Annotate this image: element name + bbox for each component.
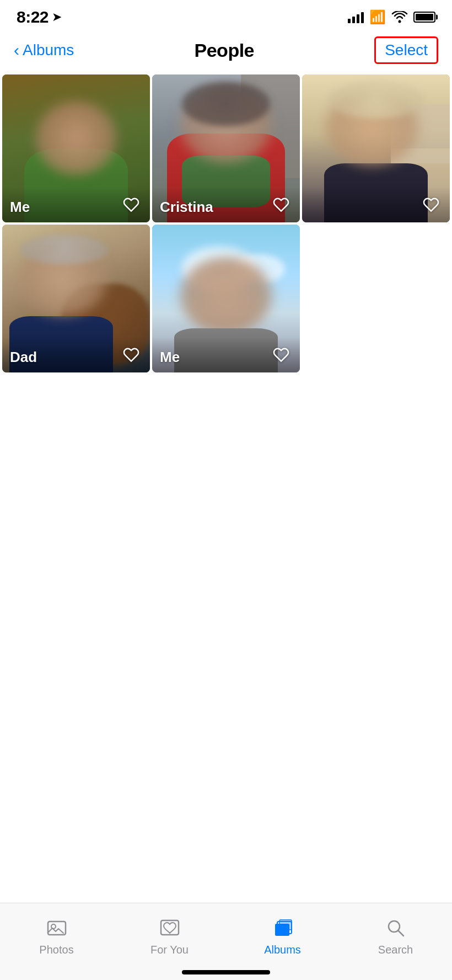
signal-bars-icon bbox=[348, 11, 364, 23]
person-card-me-2[interactable]: Me bbox=[152, 225, 300, 372]
nav-bar: ‹ Albums People Select bbox=[0, 31, 452, 72]
status-icons: 📶 bbox=[348, 9, 435, 25]
person-card-unknown[interactable] bbox=[302, 74, 450, 222]
select-button[interactable]: Select bbox=[374, 36, 438, 64]
page-title: People bbox=[195, 40, 254, 61]
status-bar: 8:22 ➤ 📶 bbox=[0, 0, 452, 31]
person-card-me-1[interactable]: Me bbox=[2, 74, 150, 222]
tab-search-label: Search bbox=[378, 944, 413, 956]
albums-icon bbox=[269, 916, 297, 940]
heart-button[interactable] bbox=[270, 344, 292, 366]
person-name: Dad bbox=[10, 349, 37, 366]
heart-button[interactable] bbox=[420, 194, 442, 216]
back-label: Albums bbox=[23, 41, 74, 59]
svg-point-0 bbox=[399, 20, 401, 23]
photos-icon bbox=[43, 916, 71, 940]
tab-photos-label: Photos bbox=[39, 944, 73, 956]
battery-icon bbox=[413, 12, 435, 23]
for-you-icon bbox=[156, 916, 184, 940]
svg-rect-6 bbox=[279, 920, 292, 930]
tab-for-you[interactable]: For You bbox=[113, 916, 226, 956]
person-name: Me bbox=[10, 199, 30, 216]
tab-for-you-label: For You bbox=[150, 944, 189, 956]
chevron-left-icon: ‹ bbox=[14, 42, 19, 58]
card-overlay: Me bbox=[2, 187, 150, 222]
home-indicator bbox=[182, 970, 270, 974]
person-name: Me bbox=[160, 349, 180, 366]
heart-button[interactable] bbox=[270, 194, 292, 216]
card-overlay bbox=[302, 187, 450, 222]
heart-button[interactable] bbox=[120, 344, 142, 366]
card-overlay: Dad bbox=[2, 337, 150, 372]
person-card-dad[interactable]: Dad bbox=[2, 225, 150, 372]
tab-albums-label: Albums bbox=[264, 944, 301, 956]
back-button[interactable]: ‹ Albums bbox=[14, 41, 74, 59]
heart-button[interactable] bbox=[120, 194, 142, 216]
card-overlay: Cristina bbox=[152, 187, 300, 222]
person-name: Cristina bbox=[160, 199, 213, 216]
wifi-icon bbox=[391, 11, 408, 23]
tab-search[interactable]: Search bbox=[339, 916, 452, 956]
person-card-cristina[interactable]: Cristina bbox=[152, 74, 300, 222]
card-overlay: Me bbox=[152, 337, 300, 372]
tab-bar: Photos For You Albums S bbox=[0, 903, 452, 980]
location-icon: ➤ bbox=[52, 10, 62, 24]
tab-albums[interactable]: Albums bbox=[226, 916, 339, 956]
tab-photos[interactable]: Photos bbox=[0, 916, 113, 956]
status-time: 8:22 bbox=[17, 8, 49, 26]
wifi-icon: 📶 bbox=[369, 9, 386, 25]
people-grid: Me Cristina bbox=[0, 72, 452, 372]
search-icon bbox=[382, 916, 410, 940]
